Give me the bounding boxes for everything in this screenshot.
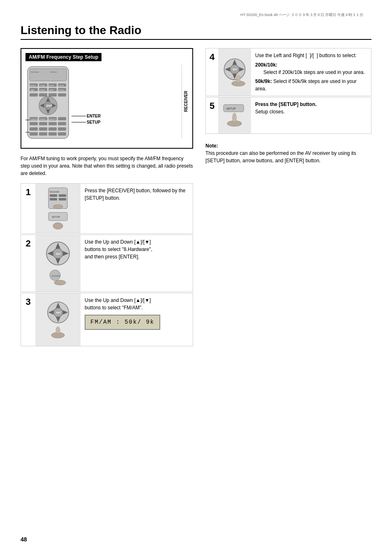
step4-option2-label: 50k/9k: — [255, 78, 272, 84]
svg-rect-45 — [58, 127, 66, 131]
setup-label: SETUP — [87, 120, 100, 124]
svg-rect-43 — [39, 127, 47, 131]
svg-rect-47 — [39, 132, 47, 136]
step3-nav-ring-icon: ENT — [47, 301, 69, 324]
enter-button-icon: ENTER — [48, 269, 68, 286]
svg-rect-38 — [30, 122, 38, 125]
remote-control-image: TV/SOUND DISPLAY BD/REC TV/SAT SLEEP ENT… — [25, 64, 71, 140]
svg-rect-21 — [39, 93, 47, 97]
header-info: HT-S5200_En.book 48 ページ ２００９年３月９日 月曜日 午後… — [21, 12, 371, 18]
svg-rect-48 — [48, 132, 57, 136]
svg-text:ENTER: ENTER — [40, 118, 46, 120]
step-3-image: ENT — [35, 293, 81, 346]
step-4-image: ENT — [218, 48, 251, 96]
svg-point-61 — [53, 223, 63, 229]
svg-text:PLAYOPT: PLAYOPT — [48, 118, 56, 120]
amfm-box: AM/FM Frequency Step Setup TV/SOUND DISP… — [21, 48, 193, 149]
right-column: 4 ENT Use th — [205, 48, 371, 347]
svg-text:PLAYOPT: PLAYOPT — [30, 118, 38, 120]
svg-text:RECEIVER: RECEIVER — [50, 191, 60, 193]
svg-text:ENT: ENT — [233, 68, 238, 71]
step-3-text: Use the Up and Down [▲]/[▼]buttons to se… — [81, 293, 193, 346]
step-4-box: 4 ENT Use th — [205, 48, 371, 96]
setup-icon: SETUP — [221, 102, 248, 129]
description-text: For AM/FM tuning to work properly, you m… — [21, 155, 193, 177]
receiver-label: RECEIVER — [184, 91, 188, 112]
enter-label: ENTER — [87, 114, 101, 118]
svg-rect-46 — [30, 132, 38, 136]
svg-text:ENTER: ENTER — [52, 275, 60, 277]
step-5-box: 5 SETUP Press the [SETUP] button. Setup … — [205, 97, 371, 134]
svg-point-80 — [56, 327, 60, 334]
page-number: 48 — [21, 536, 27, 543]
svg-rect-23 — [58, 93, 66, 97]
svg-rect-42 — [30, 127, 38, 131]
step-2-text: Use the Up and Down [▲]/[▼]buttons to se… — [81, 235, 193, 292]
step-1-image: RECEIVER SETUP — [35, 184, 81, 233]
svg-text:SETUP: SETUP — [52, 216, 60, 218]
step-4-number: 4 — [206, 48, 218, 96]
svg-point-71 — [54, 280, 66, 285]
svg-text:PHONO: PHONO — [58, 89, 65, 91]
step4-option1-label: 200k/10k: — [255, 62, 277, 68]
svg-point-58 — [53, 205, 63, 209]
step-2-image: ENT ENTER — [35, 235, 81, 292]
svg-text:AMP: AMP — [31, 89, 35, 91]
step-1-box: 1 RECEIVER — [21, 183, 193, 234]
svg-text:SETUP: SETUP — [226, 107, 236, 110]
svg-text:ENTER: ENTER — [58, 85, 64, 87]
step4-option1-text: Select if 200k/10k steps are used in you… — [255, 69, 367, 76]
hand-pointer-icon — [50, 326, 66, 339]
svg-text:DISPLAY: DISPLAY — [50, 71, 57, 73]
amfm-title: AM/FM Frequency Step Setup — [25, 53, 101, 61]
step-2-box: 2 ENT — [21, 235, 193, 292]
svg-rect-56 — [50, 198, 57, 200]
svg-text:TV/SAT: TV/SAT — [39, 85, 45, 87]
svg-rect-1 — [30, 69, 67, 81]
step4-nav-icon: ENT — [221, 57, 248, 88]
left-column: AM/FM Frequency Step Setup TV/SOUND DISP… — [21, 48, 193, 347]
nav-ring-icon: ENT — [46, 241, 70, 266]
step5-subtext: Setup closes. — [255, 108, 367, 115]
svg-rect-40 — [48, 122, 57, 125]
svg-text:ENT: ENT — [46, 104, 53, 107]
svg-rect-39 — [39, 122, 47, 125]
receiver-diagram: TV/SOUND DISPLAY BD/REC TV/SAT SLEEP ENT… — [25, 64, 188, 140]
svg-text:TV/SOUND: TV/SOUND — [30, 71, 39, 73]
svg-rect-57 — [59, 198, 66, 200]
svg-text:ENT: ENT — [56, 311, 61, 314]
svg-rect-41 — [58, 122, 66, 125]
step-5-image: SETUP — [218, 97, 251, 134]
svg-text:BD/REC: BD/REC — [30, 85, 36, 87]
svg-rect-20 — [30, 93, 38, 97]
page-title: Listening to the Radio — [21, 24, 371, 37]
title-divider — [21, 39, 371, 40]
svg-text:ENT: ENT — [56, 253, 61, 255]
svg-rect-55 — [59, 194, 66, 197]
svg-text:TUNER: TUNER — [39, 89, 45, 91]
svg-text:VIDEO: VIDEO — [49, 89, 54, 91]
step-1-number: 1 — [21, 184, 35, 233]
note-section: Note: This procedure can also be perform… — [205, 142, 371, 164]
setup-button-icon: SETUP — [48, 212, 68, 230]
svg-rect-22 — [48, 93, 57, 97]
svg-point-89 — [237, 75, 240, 83]
display-screen: FM/AM : 50k/ 9k — [85, 315, 160, 330]
step-1-text: Press the [RECEIVER] button, followed by… — [81, 184, 193, 233]
note-title: Note: — [205, 142, 371, 150]
step-3-number: 3 — [21, 293, 35, 346]
svg-rect-54 — [50, 194, 57, 197]
svg-rect-44 — [48, 127, 57, 131]
receiver-button-icon: RECEIVER — [48, 187, 68, 210]
step-5-text: Press the [SETUP] button. Setup closes. — [251, 97, 371, 134]
svg-rect-34 — [58, 117, 66, 120]
step-5-number: 5 — [206, 97, 218, 134]
step-2-number: 2 — [21, 235, 35, 292]
step-3-box: 3 ENT — [21, 293, 193, 346]
svg-point-93 — [233, 113, 237, 123]
step-4-text: Use the Left and Right [ ]/[ ] buttons t… — [251, 48, 371, 96]
svg-rect-49 — [58, 132, 66, 136]
step-1-illustration: RECEIVER SETUP — [48, 187, 68, 230]
svg-text:SLEEP: SLEEP — [49, 85, 54, 87]
note-text: This procedure can also be performed on … — [205, 150, 371, 164]
